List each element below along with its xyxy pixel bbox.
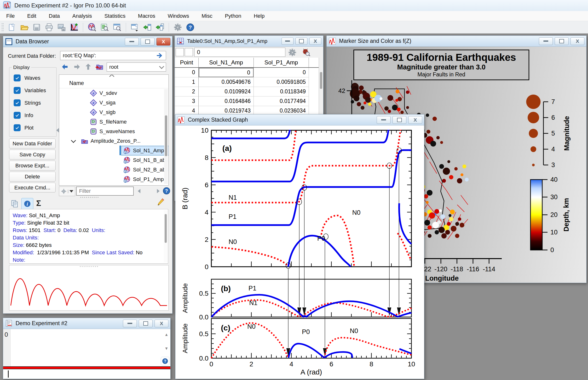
scroll-down-arrow-icon[interactable]: ▼ (164, 346, 168, 351)
window-complex-stacked-graph[interactable]: 02468100.00.00.50.50246810A (rad)B (rad)… (175, 114, 424, 379)
hscroll-right-arrow-icon[interactable] (157, 189, 159, 193)
history-divider[interactable] (3, 366, 170, 369)
filter-input[interactable] (76, 187, 134, 196)
nav-forward-icon[interactable] (72, 62, 81, 71)
scroll-up-arrow-icon[interactable]: ▲ (164, 332, 168, 337)
menu-macros[interactable]: Macros (132, 11, 161, 21)
tree-item-v_sigb[interactable]: #V_sigb (90, 108, 116, 117)
scroll-up-chevron-icon[interactable] (109, 75, 114, 79)
table-restore-button[interactable] (295, 38, 307, 45)
info-scrollbar[interactable] (164, 210, 167, 263)
tree-item-sol_n2_b_abs[interactable]: 1Sol_N2_B_abs (123, 165, 168, 174)
browser-titlebar[interactable]: Data Browser X (3, 36, 172, 47)
new-experiment-icon[interactable] (7, 23, 16, 32)
stacked-restore-button[interactable] (392, 116, 406, 124)
table-cell-p1-c1[interactable]: 0.00549676 (199, 77, 254, 87)
tree-item-amplitude_zeros_p...[interactable]: Amplitude_Zeros_P... (81, 136, 141, 146)
data-browser-icon[interactable] (87, 23, 97, 32)
stacked-close-button[interactable]: X (408, 116, 422, 124)
stacked-titlebar[interactable]: Complex Stacked Graph X (176, 114, 424, 125)
command-window-browser-icon[interactable] (100, 23, 109, 32)
checkbox-variables[interactable]: Variables (14, 87, 46, 94)
menu-windows[interactable]: Windows (161, 11, 195, 21)
stacked-minimize-button[interactable] (377, 116, 391, 124)
table-cell-b[interactable] (185, 48, 193, 56)
menu-statistics[interactable]: Statistics (98, 11, 132, 21)
table-cell-p3-c1[interactable]: 0.0164846 (199, 96, 254, 106)
window-data-browser[interactable]: Data Browser X Current Data Folder: root… (3, 36, 173, 314)
tree-item-s_wavenames[interactable]: S_waveNames (90, 127, 135, 136)
menu-data[interactable]: Data (42, 11, 66, 21)
info-mode-button[interactable]: i (21, 198, 33, 209)
tree-item-v_sdev[interactable]: #V_sdev (90, 89, 117, 98)
map-close-button[interactable]: X (570, 37, 584, 45)
table-cell-a[interactable] (176, 48, 184, 56)
command-minimize-button[interactable] (123, 320, 137, 327)
checkbox-box-strings[interactable] (14, 99, 20, 106)
toolbar-grip[interactable] (1, 23, 4, 32)
map-restore-button[interactable] (555, 37, 568, 45)
tree-item-s_filename[interactable]: S_fileName (90, 117, 127, 126)
tree-item-partial[interactable]: 1 (123, 184, 133, 186)
menu-edit[interactable]: Edit (21, 11, 42, 21)
goto-folder-arrow-icon[interactable] (156, 53, 163, 59)
command-close-button[interactable]: X (155, 320, 168, 327)
window-browser-icon[interactable] (112, 23, 121, 32)
stats-sigma-button[interactable]: Σ (36, 198, 41, 208)
table-cell-p2-c2[interactable]: 0.0118349 (254, 87, 309, 96)
checkbox-box-variables[interactable] (14, 87, 20, 94)
table-settings-icon[interactable] (288, 48, 297, 57)
button-delete[interactable]: Delete (9, 172, 56, 182)
menu-analysis[interactable]: Analysis (66, 11, 98, 21)
retrieve-window-icon[interactable] (143, 23, 152, 32)
preview-grip[interactable] (79, 266, 98, 267)
hscroll-left-arrow-icon[interactable] (138, 189, 140, 193)
table-cell-p0-c1[interactable]: 0 (199, 68, 254, 77)
table-close-button[interactable]: X (309, 38, 321, 45)
window-command[interactable]: Demo Experiment #2 X 0 ▲ ▼ ? (3, 318, 171, 379)
current-folder-field[interactable]: root:'EQ Map': (60, 51, 166, 60)
table-minimize-button[interactable] (282, 38, 294, 45)
command-help-button[interactable]: ? (161, 357, 169, 365)
column-header-sol_n1_amp[interactable]: Sol_N1_Amp (199, 58, 254, 68)
column-header-point[interactable]: Point (175, 58, 199, 68)
tree-item-sol_n1_b_abs[interactable]: 1Sol_N1_B_abs (123, 156, 168, 165)
help-icon[interactable]: ? (186, 23, 195, 32)
menu-file[interactable]: File (0, 11, 21, 21)
command-input[interactable] (3, 369, 170, 379)
table-debugger-icon[interactable] (302, 48, 311, 57)
table-formula-input[interactable]: 0 (194, 48, 285, 57)
browser-restore-button[interactable] (141, 38, 155, 45)
new-graph-icon[interactable] (69, 23, 78, 32)
save-experiment-icon[interactable] (32, 23, 41, 32)
tree-item-sol_n1_amp[interactable]: 1Sol_N1_Amp (123, 146, 164, 155)
save-graphics-icon[interactable] (57, 23, 66, 32)
copy-info-icon[interactable] (10, 199, 20, 209)
splitter-grip[interactable] (80, 197, 99, 198)
column-header-sol_p1_amp[interactable]: Sol_P1_Amp (254, 58, 309, 68)
print-icon[interactable] (45, 23, 54, 32)
table-scroll-thumb[interactable] (320, 72, 322, 89)
table-titlebar[interactable]: Table0:Sol_N1_Amp,Sol_P1_Amp X (175, 36, 323, 47)
history-area[interactable]: 0 ▲ ▼ ? (3, 329, 170, 366)
button-browse-expt-[interactable]: Browse Expt... (9, 161, 56, 171)
map-headline-box[interactable]: 1989-91 California Earthquakes Magnitude… (353, 50, 529, 80)
table-cell-p3-c2[interactable]: 0.0177494 (254, 96, 309, 106)
settings-icon[interactable] (173, 23, 182, 32)
command-restore-button[interactable] (139, 320, 153, 327)
browser-close-button[interactable]: X (157, 38, 170, 45)
path-dropdown[interactable]: root (107, 62, 166, 72)
open-experiment-icon[interactable] (20, 23, 29, 32)
checkbox-box-waves[interactable] (14, 75, 20, 81)
table-cell-p2-c1[interactable]: 0.0109924 (199, 87, 254, 96)
retrieve-all-windows-icon[interactable] (155, 23, 164, 32)
command-titlebar[interactable]: Demo Experiment #2 X (3, 318, 170, 329)
map-minimize-button[interactable] (539, 37, 553, 45)
browser-help-button[interactable]: ? (162, 186, 171, 196)
menu-python[interactable]: Python (218, 11, 248, 21)
edit-note-pencil-icon[interactable] (156, 197, 166, 208)
checkbox-waves[interactable]: Waves (14, 75, 40, 81)
button-new-data-folder[interactable]: New Data Folder (9, 139, 56, 149)
table-cell-p0-c2[interactable]: 0 (254, 68, 309, 77)
filter-settings-button[interactable]: | (59, 187, 75, 196)
